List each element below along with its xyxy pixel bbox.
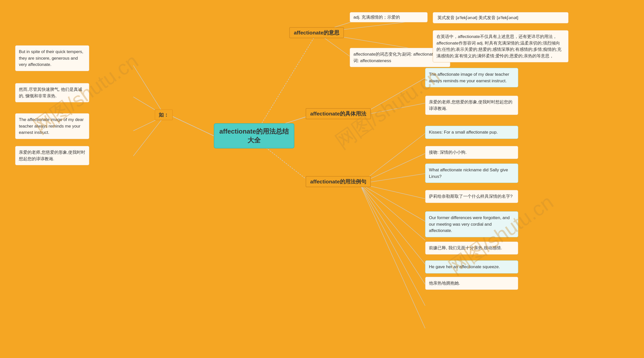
right-usage-1-text: The affectionate image of my dear teache… [429, 72, 509, 83]
left-box-2-text: 然而,尽管其快速脾气, 他们是真诚的, 慷慨和非常亲热. [19, 87, 82, 98]
like-label: 如： [155, 109, 173, 120]
example-label: affectionate的用法例句 [306, 176, 371, 187]
example-7: He gave her an affectionate squeeze. [425, 260, 518, 273]
right-usage-2-text: 亲爱的老师,您慈爱的形象,使我时时想起您的谆谆教诲. [429, 100, 512, 111]
left-box-2: 然而,尽管其快速脾气, 他们是真诚的, 慷慨和非常亲热. [15, 83, 89, 102]
example-4: 萨莉给奈勒斯取了一个什么样具深情的名字? [425, 190, 518, 203]
svg-line-22 [360, 184, 425, 306]
example-2: 接吻: 深情的小小狗. [425, 146, 518, 159]
left-box-4-text: 亲爱的老师,您慈爱的形象,使我时时想起您的谆谆教诲. [19, 150, 85, 161]
svg-line-4 [133, 65, 165, 116]
meaning-label: affectionate的意思 [289, 27, 344, 38]
adj-box: adj. 充满感情的；示爱的 [350, 12, 428, 22]
example-6: 前嫌已释, 我们见面十分亲热,很动感情. [425, 242, 518, 255]
example-1: Kisses: For a small affectionate pup. [425, 126, 518, 139]
mindmap: affectionate的用法总结大全 adj. 充满感情的；示爱的 英式发音 … [0, 0, 644, 358]
svg-line-20 [360, 184, 425, 264]
example-3: What affectionate nickname did Sally giv… [425, 164, 518, 183]
morphology-text: affectionate的词态变化为:副词: affectionately 名词… [353, 52, 444, 63]
usage-label-text: affectionate的具体用法 [310, 111, 366, 116]
example-3-text: What affectionate nickname did Sally giv… [429, 168, 508, 179]
adj-text: adj. 充满感情的；示爱的 [353, 15, 400, 20]
example-6-text: 前嫌已释, 我们见面十分亲热,很动感情. [429, 246, 502, 250]
svg-line-19 [360, 184, 425, 240]
usage-label: affectionate的具体用法 [306, 108, 371, 119]
detail-text: 在英语中，affectionate不仅具有上述意思，还有更详尽的用法，affec… [436, 34, 561, 58]
example-8-text: 他亲热地拥抱她. [429, 281, 460, 286]
example-2-text: 接吻: 深情的小小狗. [429, 150, 467, 155]
svg-line-7 [133, 116, 165, 156]
example-7-text: He gave her an affectionate squeeze. [429, 264, 500, 269]
svg-line-3 [171, 116, 214, 136]
pronunciation-text: 英式发音 [ə'fekʃənət] 美式发音 [ə'fekʃənət] [437, 15, 518, 20]
example-5: Our former differences were forgotten, a… [425, 211, 518, 237]
detail-box: 在英语中，affectionate不仅具有上述意思，还有更详尽的用法，affec… [433, 30, 569, 62]
meaning-label-text: affectionate的意思 [294, 30, 339, 35]
svg-line-18 [360, 184, 425, 221]
left-box-4: 亲爱的老师,您慈爱的形象,使我时时想起您的谆谆教诲. [15, 146, 89, 165]
pronunciation-box: 英式发音 [ə'fekʃənət] 美式发音 [ə'fekʃənət] [433, 12, 569, 23]
right-usage-2: 亲爱的老师,您慈爱的形象,使我时时想起您的谆谆教诲. [425, 96, 518, 115]
like-label-text: 如： [159, 112, 169, 117]
center-node-label: affectionate的用法总结大全 [219, 127, 289, 145]
left-box-1-text: But in spite of their quick tempers, the… [19, 49, 83, 67]
svg-line-23 [360, 184, 425, 328]
example-5-text: Our former differences were forgotten, a… [429, 215, 510, 233]
left-box-3: The affectionate image of my dear teache… [15, 113, 89, 139]
example-1-text: Kisses: For a small affectionate pup. [429, 130, 498, 135]
left-box-3-text: The affectionate image of my dear teache… [19, 117, 84, 135]
left-box-1: But in spite of their quick tempers, the… [15, 45, 89, 71]
svg-line-0 [254, 33, 317, 136]
right-usage-1: The affectionate image of my dear teache… [425, 68, 518, 87]
example-4-text: 萨莉给奈勒斯取了一个什么样具深情的名字? [429, 194, 512, 199]
svg-line-21 [360, 184, 425, 284]
example-label-text: affectionate的用法例句 [310, 179, 366, 184]
example-8: 他亲热地拥抱她. [425, 277, 518, 290]
center-node: affectionate的用法总结大全 [214, 123, 294, 148]
